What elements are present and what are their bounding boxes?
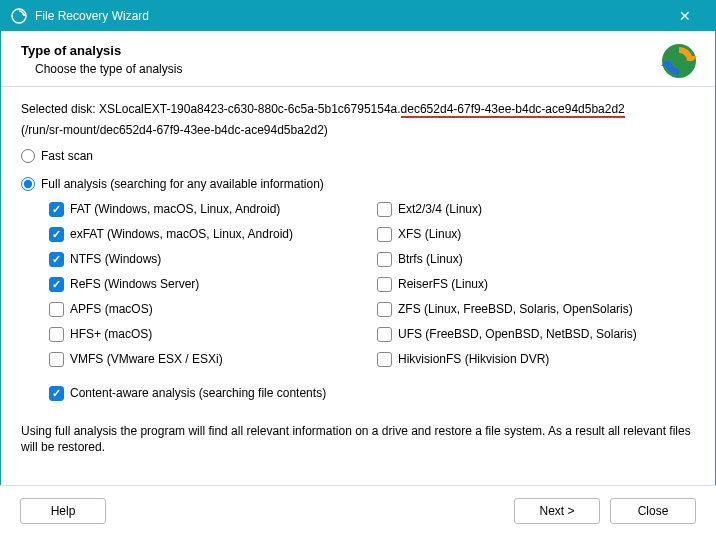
- checkbox-label: Ext2/3/4 (Linux): [398, 202, 482, 216]
- checkbox-content-aware[interactable]: Content-aware analysis (searching file c…: [49, 386, 695, 401]
- checkbox-fs-left-3[interactable]: ReFS (Windows Server): [49, 277, 367, 292]
- checkbox-fs-left-1[interactable]: exFAT (Windows, macOS, Linux, Android): [49, 227, 367, 242]
- checkbox-icon: [377, 327, 392, 342]
- checkbox-icon: [49, 227, 64, 242]
- content-aware-label: Content-aware analysis (searching file c…: [70, 386, 326, 400]
- checkbox-icon: [377, 202, 392, 217]
- checkbox-label: ReiserFS (Linux): [398, 277, 488, 291]
- checkbox-label: APFS (macOS): [70, 302, 153, 316]
- checkbox-fs-right-1[interactable]: XFS (Linux): [377, 227, 695, 242]
- checkbox-icon: [49, 352, 64, 367]
- footer: Help Next > Close: [0, 485, 716, 538]
- checkbox-fs-right-2[interactable]: Btrfs (Linux): [377, 252, 695, 267]
- filesystem-grid: FAT (Windows, macOS, Linux, Android)Ext2…: [49, 197, 695, 372]
- checkbox-label: exFAT (Windows, macOS, Linux, Android): [70, 227, 293, 241]
- checkbox-fs-left-0[interactable]: FAT (Windows, macOS, Linux, Android): [49, 202, 367, 217]
- checkbox-icon: [377, 252, 392, 267]
- checkbox-label: Btrfs (Linux): [398, 252, 463, 266]
- checkbox-label: HikvisionFS (Hikvision DVR): [398, 352, 549, 366]
- checkbox-label: ReFS (Windows Server): [70, 277, 199, 291]
- checkbox-icon: [377, 352, 392, 367]
- checkbox-icon: [377, 227, 392, 242]
- checkbox-fs-right-4[interactable]: ZFS (Linux, FreeBSD, Solaris, OpenSolari…: [377, 302, 695, 317]
- checkbox-label: FAT (Windows, macOS, Linux, Android): [70, 202, 280, 216]
- page-title: Type of analysis: [21, 43, 695, 58]
- help-button[interactable]: Help: [20, 498, 106, 524]
- titlebar: File Recovery Wizard ✕: [1, 1, 715, 31]
- close-button[interactable]: Close: [610, 498, 696, 524]
- radio-fast-scan[interactable]: Fast scan: [21, 149, 695, 163]
- next-button[interactable]: Next >: [514, 498, 600, 524]
- checkbox-label: ZFS (Linux, FreeBSD, Solaris, OpenSolari…: [398, 302, 633, 316]
- checkbox-icon: [377, 302, 392, 317]
- wizard-icon: [659, 41, 699, 81]
- checkbox-fs-left-5[interactable]: HFS+ (macOS): [49, 327, 367, 342]
- checkbox-label: VMFS (VMware ESX / ESXi): [70, 352, 223, 366]
- checkbox-icon: [49, 386, 64, 401]
- note-text: Using full analysis the program will fin…: [21, 423, 695, 457]
- content: Selected disk: XSLocalEXT-190a8423-c630-…: [1, 87, 715, 464]
- checkbox-icon: [377, 277, 392, 292]
- disk-path: (/run/sr-mount/dec652d4-67f9-43ee-b4dc-a…: [21, 122, 695, 139]
- checkbox-fs-left-4[interactable]: APFS (macOS): [49, 302, 367, 317]
- disk-id-underlined: dec652d4-67f9-43ee-b4dc-ace94d5ba2d2: [401, 102, 625, 118]
- checkbox-icon: [49, 277, 64, 292]
- checkbox-icon: [49, 302, 64, 317]
- checkbox-label: NTFS (Windows): [70, 252, 161, 266]
- disk-prefix: Selected disk: XSLocalEXT-190a8423-c630-…: [21, 102, 401, 116]
- app-icon: [11, 8, 27, 24]
- checkbox-fs-right-0[interactable]: Ext2/3/4 (Linux): [377, 202, 695, 217]
- checkbox-fs-right-3[interactable]: ReiserFS (Linux): [377, 277, 695, 292]
- checkbox-fs-right-5[interactable]: UFS (FreeBSD, OpenBSD, NetBSD, Solaris): [377, 327, 695, 342]
- checkbox-fs-left-2[interactable]: NTFS (Windows): [49, 252, 367, 267]
- checkbox-icon: [49, 202, 64, 217]
- checkbox-fs-left-6[interactable]: VMFS (VMware ESX / ESXi): [49, 352, 367, 367]
- selected-disk: Selected disk: XSLocalEXT-190a8423-c630-…: [21, 101, 695, 118]
- checkbox-label: HFS+ (macOS): [70, 327, 152, 341]
- window-title: File Recovery Wizard: [35, 9, 665, 23]
- checkbox-icon: [49, 327, 64, 342]
- radio-full-analysis[interactable]: Full analysis (searching for any availab…: [21, 177, 695, 191]
- radio-fast-label: Fast scan: [41, 149, 93, 163]
- checkbox-icon: [49, 252, 64, 267]
- header: Type of analysis Choose the type of anal…: [1, 31, 715, 87]
- page-subtitle: Choose the type of analysis: [35, 62, 695, 76]
- checkbox-label: UFS (FreeBSD, OpenBSD, NetBSD, Solaris): [398, 327, 637, 341]
- checkbox-fs-right-6[interactable]: HikvisionFS (Hikvision DVR): [377, 352, 695, 367]
- close-icon[interactable]: ✕: [665, 8, 705, 24]
- radio-full-label: Full analysis (searching for any availab…: [41, 177, 324, 191]
- checkbox-label: XFS (Linux): [398, 227, 461, 241]
